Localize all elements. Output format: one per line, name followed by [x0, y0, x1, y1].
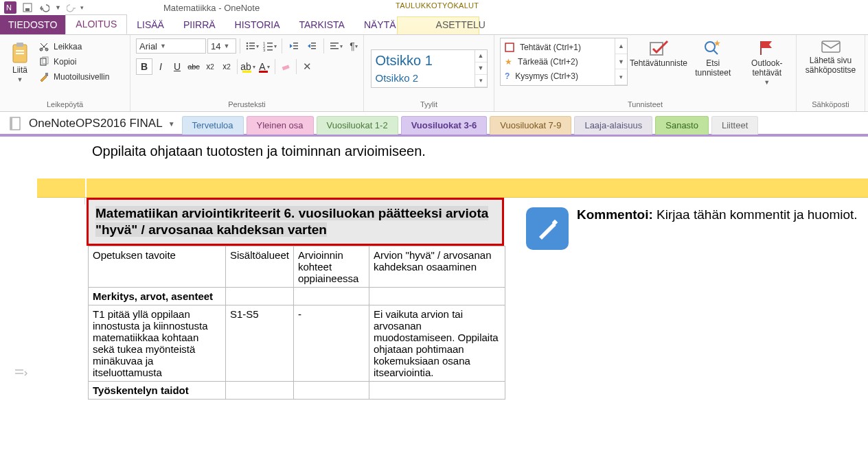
table-row[interactable]: T1 pitää yllä oppilaan innostusta ja kii…	[89, 305, 505, 381]
page-intro-text[interactable]: Oppilaita ohjataan tuotosten ja toiminna…	[37, 137, 868, 166]
gallery-more-icon[interactable]: ▾	[615, 69, 627, 85]
qat-redo-icon[interactable]	[67, 2, 78, 13]
svg-rect-34	[282, 65, 290, 70]
tab-insert[interactable]: LISÄÄ	[127, 16, 174, 34]
gallery-down-icon[interactable]: ▼	[615, 54, 627, 70]
tab-layout[interactable]: ASETTELU	[426, 16, 495, 34]
criteria-table[interactable]: Opetuksen tavoite Sisältöalueet Arvioinn…	[88, 246, 505, 400]
svg-rect-25	[293, 43, 298, 44]
table-row[interactable]: Opetuksen tavoite Sisältöalueet Arvioinn…	[89, 246, 505, 287]
strike-button[interactable]: abc	[185, 58, 202, 75]
align-button[interactable]: ▾	[328, 38, 344, 54]
section-tab-tervetuloa[interactable]: Tervetuloa	[182, 116, 244, 135]
table-row[interactable]: Merkitys, arvot, asenteet	[89, 287, 505, 305]
svg-rect-24	[267, 49, 273, 51]
email-page-label: Lähetä sivu sähköpostitse	[806, 56, 856, 75]
cut-button[interactable]: Leikkaa	[37, 41, 111, 53]
svg-text:3: 3	[263, 48, 266, 51]
flag-icon	[757, 39, 777, 57]
paste-button[interactable]: Liitä ▼	[5, 38, 34, 83]
tags-gallery[interactable]: Tehtävät (Ctrl+1) ★ Tärkeää (Ctrl+2) ? K…	[500, 38, 628, 86]
style-heading2[interactable]: Otsikko 2	[376, 72, 472, 84]
ribbon: Liitä ▼ Leikkaa Kopioi Muotoilusivellin …	[0, 35, 868, 112]
bold-button[interactable]: B	[136, 58, 152, 75]
section-tab-laaja[interactable]: Laaja-alaisuus	[574, 116, 652, 135]
styles-gallery[interactable]: Otsikko 1 Otsikko 2 ▲ ▼ ▾	[371, 49, 488, 88]
numbering-button[interactable]: 123▾	[262, 38, 278, 54]
tag-todo[interactable]: Tehtävät (Ctrl+1)	[503, 42, 612, 53]
gallery-down-icon[interactable]: ▼	[475, 62, 487, 75]
font-size-combo[interactable]: 14▼	[207, 38, 236, 54]
qat-dropdown-icon[interactable]: ▼	[55, 4, 61, 11]
italic-button[interactable]: I	[152, 58, 169, 75]
delete-button[interactable]: ✕	[299, 58, 315, 75]
qat-customize-icon[interactable]: ▾	[80, 4, 84, 11]
section-tab-vl36[interactable]: Vuosiluokat 3-6	[401, 116, 488, 135]
svg-rect-20	[267, 43, 273, 44]
gallery-more-icon[interactable]: ▾	[475, 75, 487, 87]
svg-rect-33	[330, 48, 339, 49]
underline-button[interactable]: U	[169, 58, 185, 75]
tag-question[interactable]: ? Kysymys (Ctrl+3)	[503, 71, 612, 82]
svg-rect-41	[10, 117, 12, 130]
tag-important[interactable]: ★ Tärkeää (Ctrl+2)	[503, 56, 612, 67]
todo-tag-button[interactable]: Tehtävätunniste	[635, 38, 683, 68]
clear-formatting-button[interactable]	[277, 58, 294, 75]
section-tab-vl79[interactable]: Vuosiluokat 7-9	[490, 116, 571, 135]
cell: Merkitys, arvot, asenteet	[89, 287, 226, 305]
underline-glyph: U	[174, 61, 181, 72]
tab-review[interactable]: TARKISTA	[289, 16, 354, 34]
qat-save-icon[interactable]	[22, 2, 33, 13]
criteria-title-text: Matematiikan arviointikriteerit 6. vuosi…	[95, 206, 488, 237]
section-tab-sanasto[interactable]: Sanasto	[655, 116, 709, 135]
svg-rect-39	[822, 41, 840, 52]
group-email-label: Sähköposti	[802, 99, 859, 110]
criteria-title-box[interactable]: Matematiikan arviointikriteerit 6. vuosi…	[87, 198, 504, 246]
align-left-icon	[329, 41, 340, 51]
notebook-name: OneNoteOPS2016 FINAL	[29, 117, 163, 130]
bullets-button[interactable]: ▾	[244, 38, 260, 54]
chevron-down-icon[interactable]: ▼	[223, 43, 229, 49]
copy-label: Kopioi	[54, 57, 76, 67]
chevron-down-icon[interactable]: ▼	[160, 43, 166, 49]
bullets-icon	[245, 41, 256, 51]
tab-home[interactable]: ALOITUS	[65, 14, 127, 34]
chevron-down-icon[interactable]: ▼	[764, 79, 770, 86]
paste-label: Liitä	[12, 65, 27, 75]
superscript-button[interactable]: x2	[218, 58, 235, 75]
outlook-tasks-button[interactable]: Outlook- tehtävät ▼	[743, 38, 790, 86]
comment-block[interactable]: Kommentoi: Kirjaa tähän kommentit ja huo…	[526, 198, 858, 250]
outdent-button[interactable]	[286, 38, 302, 54]
gallery-up-icon[interactable]: ▲	[615, 38, 627, 54]
format-painter-button[interactable]: Muotoilusivellin	[37, 71, 111, 83]
paragraph-mark-button[interactable]: ¶▾	[345, 38, 362, 54]
section-tab-yleinen[interactable]: Yleinen osa	[247, 116, 314, 135]
font-name-combo[interactable]: Arial▼	[136, 38, 206, 54]
tab-history[interactable]: HISTORIA	[225, 16, 290, 34]
highlight-button[interactable]: ab▾	[240, 58, 256, 75]
copy-icon	[38, 56, 49, 67]
style-heading1[interactable]: Otsikko 1	[376, 53, 472, 69]
chevron-down-icon[interactable]: ▼	[17, 76, 23, 83]
tab-view[interactable]: NÄYTÄ	[354, 16, 406, 34]
chevron-down-icon[interactable]: ▼	[168, 120, 175, 128]
copy-button[interactable]: Kopioi	[37, 56, 111, 68]
subscript-button[interactable]: x2	[202, 58, 218, 75]
find-tags-button[interactable]: ★ Etsi tunnisteet	[689, 38, 737, 78]
tab-file[interactable]: TIEDOSTO	[0, 15, 65, 34]
gallery-up-icon[interactable]: ▲	[475, 50, 487, 62]
email-page-button[interactable]: Lähetä sivu sähköpostitse	[802, 38, 859, 75]
font-color-button[interactable]: A▾	[256, 58, 273, 75]
notebook-picker[interactable]: OneNoteOPS2016 FINAL ▼	[8, 116, 179, 134]
section-tab-liitteet[interactable]: Liitteet	[711, 116, 758, 135]
comment-label: Kommentoi:	[577, 207, 653, 222]
qat-undo-icon[interactable]	[38, 2, 49, 13]
svg-text:N: N	[6, 3, 12, 12]
tab-draw[interactable]: PIIRRÄ	[174, 16, 225, 34]
indent-button[interactable]	[304, 38, 320, 54]
font-name-value: Arial	[139, 41, 157, 51]
group-basictext-label: Perusteksti	[136, 99, 358, 110]
container-handle-icon[interactable]	[14, 369, 27, 380]
table-row[interactable]: Työskentelyn taidot	[89, 381, 505, 399]
section-tab-vl12[interactable]: Vuosiluokat 1-2	[317, 116, 398, 135]
